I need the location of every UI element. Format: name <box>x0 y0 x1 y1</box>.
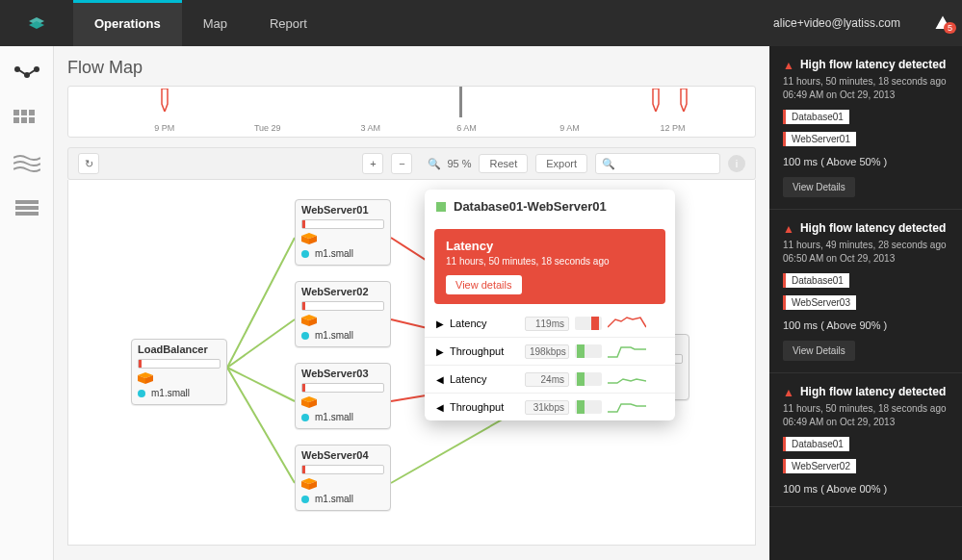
metric-label: Latency <box>450 373 519 385</box>
warning-icon: ▲ <box>783 59 794 72</box>
instance-icon <box>301 414 309 421</box>
alert-timestamp: 06:50 AM on Oct 29, 2013 <box>783 252 949 266</box>
popover-title: Database01-WebServer01 <box>454 199 607 214</box>
rail-stack-icon[interactable] <box>13 198 40 217</box>
sparkline-icon <box>608 316 646 331</box>
instance-icon <box>301 496 309 503</box>
alert-timestamp: 06:49 AM on Oct 29, 2013 <box>783 416 949 429</box>
view-details-button[interactable]: View Details <box>783 177 855 197</box>
node-webserver01[interactable]: WebServer01 m1.small <box>295 199 391 266</box>
refresh-button[interactable]: ↻ <box>78 153 99 174</box>
node-label: WebServer03 <box>301 368 384 379</box>
timeline-label: 6 AM <box>456 123 477 133</box>
view-details-button[interactable]: View Details <box>783 341 855 361</box>
metric-value: 31kbps <box>525 400 569 415</box>
reset-button[interactable]: Reset <box>479 154 528 173</box>
node-webserver04[interactable]: WebServer04 m1.small <box>295 445 391 511</box>
search-icon: 🔍 <box>602 158 615 170</box>
global-alerts-icon[interactable]: 5 <box>923 14 962 32</box>
svg-rect-14 <box>15 206 39 210</box>
zoom-in-button[interactable]: + <box>362 153 383 174</box>
main-region: Flow Map 9 PM Tue 29 3 AM 6 AM 9 AM 12 P… <box>54 46 769 560</box>
node-webserver03[interactable]: WebServer03 m1.small <box>295 363 391 429</box>
alert-timestamp: 06:49 AM on Oct 29, 2013 <box>783 89 949 102</box>
export-button[interactable]: Export <box>535 154 587 173</box>
view-details-button[interactable]: View details <box>446 275 522 294</box>
instance-type: m1.small <box>315 494 353 504</box>
metric-value: 198kbps <box>525 344 569 359</box>
magnify-icon: 🔍 <box>428 158 441 170</box>
info-icon[interactable]: i <box>728 155 745 172</box>
canvas-search-input[interactable]: 🔍 <box>595 153 720 174</box>
instance-icon <box>301 332 309 340</box>
alert-card[interactable]: ▲High flow latency detected 11 hours, 50… <box>769 46 962 210</box>
node-label: LoadBalancer <box>138 344 221 355</box>
warning-icon: ▲ <box>783 222 794 236</box>
timeline-label: 3 AM <box>360 123 380 133</box>
svg-line-18 <box>227 368 295 401</box>
alert-entity-chip: Database01 <box>783 273 849 288</box>
timeline-cursor[interactable] <box>459 87 462 117</box>
aws-icon <box>138 372 153 384</box>
popover-alert: Latency 11 hours, 50 minutes, 18 seconds… <box>434 229 665 304</box>
alert-entity-chip: WebServer02 <box>783 459 856 473</box>
aws-icon <box>301 233 317 244</box>
nav-tab-operations[interactable]: Operations <box>73 0 182 46</box>
alert-metric: 100 ms ( Above 90% ) <box>783 319 949 331</box>
alert-card[interactable]: ▲High flow latency detected 11 hours, 49… <box>769 210 962 373</box>
left-icon-rail <box>0 46 54 560</box>
instance-type: m1.small <box>315 330 353 341</box>
node-label: WebServer04 <box>301 449 384 461</box>
direction-right-icon: ▶ <box>436 318 444 329</box>
alert-entity-chip: Database01 <box>783 110 849 124</box>
alert-age: 11 hours, 49 minutes, 28 seconds ago <box>783 239 949 252</box>
direction-left-icon: ◀ <box>436 402 444 413</box>
alert-entity-chip: Database01 <box>783 437 849 451</box>
sparkline-icon <box>608 399 646 415</box>
instance-type: m1.small <box>315 412 353 422</box>
node-label: WebServer02 <box>301 286 384 297</box>
zoom-value: 95 % <box>447 158 471 169</box>
alert-metric: 100 ms ( Above 50% ) <box>783 156 949 167</box>
status-square-icon <box>436 202 446 212</box>
direction-left-icon: ◀ <box>436 374 444 385</box>
aws-icon <box>301 478 317 490</box>
svg-rect-8 <box>21 110 27 115</box>
sparkline-icon <box>608 344 646 359</box>
alert-title-text: High flow latency detected <box>800 58 946 71</box>
flow-canvas[interactable]: LoadBalancer m1.small WebServer01 m1.sma… <box>67 180 756 546</box>
svg-rect-12 <box>29 117 35 123</box>
page-title: Flow Map <box>67 58 756 78</box>
timeline-label: 9 PM <box>154 123 174 133</box>
aws-icon <box>301 396 317 408</box>
alerts-panel: ▲High flow latency detected 11 hours, 50… <box>769 46 962 560</box>
nav-tab-map[interactable]: Map <box>182 0 248 46</box>
metric-gauge <box>575 400 602 414</box>
instance-type: m1.small <box>151 388 190 398</box>
instance-icon <box>301 250 309 258</box>
top-nav: Operations Map Report alice+video@lyatis… <box>0 0 962 46</box>
svg-rect-11 <box>21 117 27 123</box>
timeline[interactable]: 9 PM Tue 29 3 AM 6 AM 9 AM 12 PM <box>67 86 756 138</box>
rail-flowmap-icon[interactable] <box>13 65 40 85</box>
alert-title-text: High flow latency detected <box>800 385 946 398</box>
alert-card[interactable]: ▲High flow latency detected 11 hours, 50… <box>769 373 962 507</box>
link-details-popover: Database01-WebServer01 Latency 11 hours,… <box>425 190 675 420</box>
svg-line-17 <box>227 319 295 368</box>
zoom-out-button[interactable]: − <box>391 153 412 174</box>
popover-alert-age: 11 hours, 50 minutes, 18 seconds ago <box>446 255 654 267</box>
rail-grid-icon[interactable] <box>13 110 40 129</box>
user-email[interactable]: alice+video@lyatiss.com <box>773 16 923 30</box>
rail-waves-icon[interactable] <box>13 154 40 173</box>
warning-icon: ▲ <box>783 386 794 399</box>
metric-label: Throughput <box>450 345 519 357</box>
sparkline-icon <box>608 371 646 387</box>
metric-gauge <box>575 344 602 358</box>
nav-tab-report[interactable]: Report <box>248 0 328 46</box>
node-webserver02[interactable]: WebServer02 m1.small <box>295 281 391 347</box>
alert-title-text: High flow latency detected <box>800 221 946 235</box>
node-loadbalancer[interactable]: LoadBalancer m1.small <box>131 339 227 405</box>
svg-line-16 <box>227 238 295 368</box>
svg-rect-7 <box>13 110 19 115</box>
metric-label: Throughput <box>450 401 519 413</box>
